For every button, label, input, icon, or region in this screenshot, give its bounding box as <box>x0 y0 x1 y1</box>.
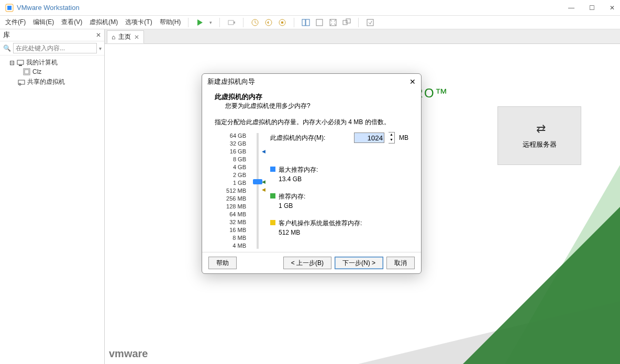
memory-slider[interactable]: ◀ ◀ ◀ <box>251 132 265 250</box>
blue-square-icon <box>270 167 275 172</box>
separator <box>188 18 189 27</box>
scale-tick: 32 MB <box>215 218 246 226</box>
sidebar-title: 库 <box>3 30 10 40</box>
svg-marker-2 <box>197 19 203 26</box>
yellow-square-icon <box>270 220 275 225</box>
sidebar: 库 ✕ 🔍 ▾ ⊟ 我的计算机 Clz 共享的虚拟机 <box>0 29 105 364</box>
memory-info: 此虚拟机的内存(M): ▲▼ MB 最大推荐内存:13.4 GB 推荐内存:1 … <box>270 132 408 250</box>
memory-spinner[interactable]: ▲▼ <box>389 132 395 144</box>
usb-icon[interactable] <box>227 18 236 27</box>
tree-label: 共享的虚拟机 <box>27 78 65 86</box>
separator <box>294 18 294 27</box>
svg-rect-4 <box>234 21 235 24</box>
marker-rec-icon: ◀ <box>262 179 265 184</box>
help-button[interactable]: 帮助 <box>208 257 237 269</box>
dialog-new-vm-wizard: 新建虚拟机向导 ✕ 此虚拟机的内存 您要为此虚拟机使用多少内存? 指定分配给此虚… <box>202 73 422 274</box>
scale-tick: 4 GB <box>215 163 246 171</box>
window-controls: — ☐ ✕ <box>568 4 615 12</box>
vm-icon <box>23 68 30 75</box>
dialog-heading: 此虚拟机的内存 <box>215 93 408 102</box>
tree-node-shared[interactable]: 共享的虚拟机 <box>2 77 102 87</box>
scale-tick: 16 GB <box>215 148 246 156</box>
memory-label: 此虚拟机的内存(M): <box>270 134 350 142</box>
memory-unit: MB <box>399 134 408 141</box>
separator <box>358 18 359 27</box>
scale-tick: 1 GB <box>215 179 246 187</box>
tree-node-clz[interactable]: Clz <box>2 68 102 76</box>
close-button[interactable]: ✕ <box>610 4 615 12</box>
view-console-icon[interactable] <box>302 18 310 27</box>
manage-snapshot-icon[interactable] <box>278 18 286 27</box>
unity-icon[interactable] <box>342 18 351 27</box>
search-dropdown-icon[interactable]: ▾ <box>99 46 102 51</box>
svg-rect-3 <box>228 20 234 25</box>
info-rec: 推荐内存:1 GB <box>270 192 408 209</box>
computer-icon <box>17 59 24 67</box>
search-input[interactable] <box>13 43 97 53</box>
info-max: 最大推荐内存:13.4 GB <box>270 166 408 183</box>
tile-remote-server[interactable]: ⇄ 远程服务器 <box>497 106 581 165</box>
svg-rect-9 <box>302 19 305 26</box>
scale-tick: 8 MB <box>215 234 246 242</box>
info-min-label: 客户机操作系统最低推荐内存: <box>279 219 362 228</box>
hardware-icon[interactable] <box>366 18 374 27</box>
revert-icon[interactable] <box>264 18 273 27</box>
menu-edit[interactable]: 编辑(E) <box>33 18 54 27</box>
svg-rect-11 <box>316 19 323 26</box>
play-icon[interactable] <box>196 18 204 27</box>
info-max-value: 13.4 GB <box>279 175 318 183</box>
scale-tick: 64 GB <box>215 132 246 140</box>
vmware-logo: vmware <box>109 348 148 360</box>
separator <box>243 18 243 27</box>
svg-rect-15 <box>367 19 373 26</box>
next-button[interactable]: 下一步(N) > <box>335 257 383 269</box>
svg-rect-19 <box>25 70 29 74</box>
dialog-title: 新建虚拟机向导 <box>207 77 255 86</box>
menu-file[interactable]: 文件(F) <box>5 18 26 27</box>
info-min-value: 512 MB <box>279 229 362 236</box>
scale-tick: 512 MB <box>215 187 246 195</box>
server-arrows-icon: ⇄ <box>536 122 542 136</box>
scale-tick: 256 MB <box>215 195 246 203</box>
sidebar-close-icon[interactable]: ✕ <box>96 31 101 39</box>
svg-rect-14 <box>346 19 350 23</box>
fullscreen-icon[interactable] <box>329 18 337 27</box>
svg-rect-13 <box>343 20 347 25</box>
app-logo-icon <box>5 4 14 12</box>
tree-collapse-icon[interactable]: ⊟ <box>9 59 15 67</box>
titlebar: VMware Workstation — ☐ ✕ <box>0 0 620 16</box>
scale-tick: 2 GB <box>215 171 246 179</box>
minimize-button[interactable]: — <box>568 4 574 12</box>
tab-close-icon[interactable]: ✕ <box>134 34 139 41</box>
maximize-button[interactable]: ☐ <box>589 4 595 12</box>
svg-rect-8 <box>281 21 283 24</box>
sidebar-search: 🔍 ▾ <box>0 41 104 56</box>
memory-input[interactable] <box>354 133 384 143</box>
back-button[interactable]: < 上一步(B) <box>283 257 331 269</box>
dialog-subheading: 您要为此虚拟机使用多少内存? <box>215 102 408 111</box>
view-single-icon[interactable] <box>315 18 324 27</box>
menu-vm[interactable]: 虚拟机(M) <box>90 18 118 27</box>
cancel-button[interactable]: 取消 <box>386 257 415 269</box>
sidebar-tree: ⊟ 我的计算机 Clz 共享的虚拟机 <box>0 56 104 89</box>
play-dropdown-icon[interactable]: ▾ <box>209 20 212 25</box>
scale-tick: 128 MB <box>215 203 246 211</box>
slider-handle[interactable] <box>253 179 262 184</box>
menu-tabs[interactable]: 选项卡(T) <box>125 18 152 27</box>
dialog-close-icon[interactable]: ✕ <box>409 78 416 86</box>
info-rec-label: 推荐内存: <box>279 192 305 201</box>
svg-rect-10 <box>306 19 309 26</box>
dialog-footer: 帮助 < 上一步(B) 下一步(N) > 取消 <box>202 252 421 273</box>
search-icon: 🔍 <box>3 45 11 52</box>
menu-view[interactable]: 查看(V) <box>61 18 82 27</box>
scale-tick: 4 MB <box>215 242 246 250</box>
info-rec-value: 1 GB <box>279 202 305 209</box>
snapshot-icon[interactable] <box>251 18 259 27</box>
menu-help[interactable]: 帮助(H) <box>160 18 181 27</box>
info-min: 客户机操作系统最低推荐内存:512 MB <box>270 219 408 236</box>
tab-home[interactable]: ⌂ 主页 ✕ <box>107 30 144 43</box>
separator <box>219 18 220 27</box>
scale-tick: 8 GB <box>215 156 246 163</box>
tree-node-my-computer[interactable]: ⊟ 我的计算机 <box>2 58 102 68</box>
decor-triangle <box>463 207 620 364</box>
